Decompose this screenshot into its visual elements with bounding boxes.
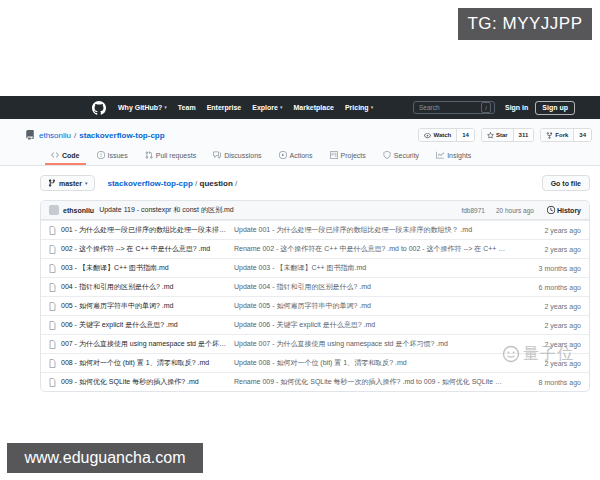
file-name-link[interactable]: 006 - 关键字 explicit 是什么意思? .md: [61, 320, 229, 330]
file-name-link[interactable]: 005 - 如何遍历字符串中的单词? .md: [61, 301, 229, 311]
table-row: 006 - 关键字 explicit 是什么意思? .md Update 006…: [41, 315, 589, 334]
tab-insights[interactable]: Insights: [430, 146, 477, 165]
repo-name-link[interactable]: stackoverflow-top-cpp: [79, 131, 164, 140]
commit-age-link[interactable]: 2 years ago: [511, 360, 581, 367]
tab-pull-requests[interactable]: Pull requests: [139, 146, 202, 165]
file-name-link[interactable]: 004 - 指针和引用的区别是什么? .md: [61, 282, 229, 292]
commit-age-link[interactable]: 8 months ago: [511, 379, 581, 386]
sign-up-button[interactable]: Sign up: [535, 101, 575, 115]
nav-link-marketplace[interactable]: Marketplace: [293, 104, 333, 111]
file-icon: [49, 321, 56, 330]
go-to-file-button[interactable]: Go to file: [542, 175, 590, 191]
slash-key-hint: /: [481, 102, 491, 113]
file-icon: [49, 359, 56, 368]
code-icon: [51, 151, 59, 159]
chevron-down-icon: ▾: [371, 105, 374, 110]
history-link[interactable]: History: [547, 206, 581, 214]
commit-age-link[interactable]: 2 years ago: [511, 322, 581, 329]
fork-button[interactable]: Fork 34: [540, 128, 592, 142]
star-button[interactable]: Star 311: [481, 128, 534, 142]
file-table: ethsonliu Update 119 - constexpr 和 const…: [40, 200, 590, 392]
issue-icon: [97, 151, 105, 159]
repo-social-actions: Watch 14 Star 311 Fork 34: [418, 128, 592, 142]
chevron-down-icon: ▾: [85, 181, 88, 186]
file-name-link[interactable]: 002 - 这个操作符 --> 在 C++ 中是什么意思? .md: [61, 244, 229, 254]
discussion-icon: [213, 151, 221, 159]
commit-message-link[interactable]: Update 006 - 关键字 explicit 是什么意思? .md: [234, 320, 506, 330]
github-logo-icon[interactable]: [92, 101, 106, 115]
table-row: 005 - 如何遍历字符串中的单词? .md Update 005 - 如何遍历…: [41, 296, 589, 315]
tab-discussions[interactable]: Discussions: [207, 146, 267, 165]
tab-issues[interactable]: Issues: [91, 146, 134, 165]
commit-age-link[interactable]: 2 years ago: [511, 341, 581, 348]
file-name-link[interactable]: 007 - 为什么直接使用 using namespace std 是个坏习..…: [61, 339, 229, 349]
commit-message-link[interactable]: Rename 009 - 如何优化 SQLite 每秒一次的插入操作? .md …: [234, 377, 506, 387]
github-screenshot: Why GitHub?▾ Team Enterprise Explore▾ Ma…: [0, 96, 600, 392]
repo-separator: /: [74, 131, 76, 140]
file-name-link[interactable]: 009 - 如何优化 SQLite 每秒的插入操作? .md: [61, 377, 229, 387]
commit-age-link[interactable]: 3 months ago: [511, 265, 581, 272]
tab-security[interactable]: Security: [377, 146, 425, 165]
commit-message-link[interactable]: Update 003 - 【未翻译】C++ 图书指南.md: [234, 263, 506, 273]
nav-link-enterprise[interactable]: Enterprise: [207, 104, 242, 111]
search-input[interactable]: [417, 103, 478, 112]
commit-message-link[interactable]: Update 001 - 为什么处理一段已排序的数组比处理一段未排序的数组快？ …: [234, 225, 506, 235]
repo-book-icon: [25, 130, 39, 140]
branch-selector-button[interactable]: master ▾: [40, 175, 95, 191]
commit-age-link[interactable]: 2 years ago: [511, 227, 581, 234]
search-box[interactable]: /: [413, 101, 495, 114]
site-watermark-badge: www.eduguancha.com: [7, 443, 203, 473]
table-row: 002 - 这个操作符 --> 在 C++ 中是什么意思? .md Rename…: [41, 239, 589, 258]
file-icon: [49, 245, 56, 254]
breadcrumb-dir[interactable]: question: [200, 179, 233, 188]
commit-sha-link[interactable]: fdb8971: [461, 207, 485, 214]
project-icon: [330, 151, 338, 159]
table-row: 009 - 如何优化 SQLite 每秒的插入操作? .md Rename 00…: [41, 372, 589, 391]
commit-message-link[interactable]: Update 119 - constexpr 和 const 的区别.md: [99, 205, 457, 215]
commit-message-link[interactable]: Rename 002 - 这个操作符在 C++ 中是什么意思? .md to 0…: [234, 244, 506, 254]
table-row: 007 - 为什么直接使用 using namespace std 是个坏习..…: [41, 334, 589, 353]
nav-link-why-github[interactable]: Why GitHub?▾: [118, 104, 167, 111]
chevron-down-icon: ▾: [164, 105, 167, 110]
file-name-link[interactable]: 001 - 为什么处理一段已排序的数组比处理一段未排序的...: [61, 225, 229, 235]
star-icon: [487, 132, 494, 139]
commit-age-link[interactable]: 2 years ago: [511, 303, 581, 310]
eye-icon: [424, 132, 431, 139]
file-icon: [49, 264, 56, 273]
chevron-down-icon: ▾: [280, 105, 283, 110]
tab-projects[interactable]: Projects: [324, 146, 372, 165]
tab-code[interactable]: Code: [45, 146, 86, 165]
avatar[interactable]: [49, 205, 59, 215]
commit-message-link[interactable]: Update 005 - 如何遍历字符串中的单词? .md: [234, 301, 506, 311]
sign-in-link[interactable]: Sign in: [505, 104, 528, 111]
repo-owner-link[interactable]: ethsonliu: [39, 131, 71, 140]
commit-time: 20 hours ago: [496, 207, 534, 214]
shield-icon: [383, 151, 391, 159]
commit-message-link[interactable]: Update 007 - 为什么直接使用 using namespace std…: [234, 339, 506, 349]
nav-link-explore[interactable]: Explore▾: [252, 104, 282, 111]
navbar-links: Why GitHub?▾ Team Enterprise Explore▾ Ma…: [118, 104, 373, 111]
pull-request-icon: [145, 151, 153, 159]
file-icon: [49, 283, 56, 292]
watch-count: 14: [456, 129, 474, 141]
fork-count: 34: [573, 129, 591, 141]
nav-link-team[interactable]: Team: [178, 104, 196, 111]
commit-message-link[interactable]: Update 004 - 指针和引用的区别是什么? .md: [234, 282, 506, 292]
commit-message-link[interactable]: Update 008 - 如何对一个位 (bit) 置 1、清零和取反? .md: [234, 358, 506, 368]
github-top-navbar: Why GitHub?▾ Team Enterprise Explore▾ Ma…: [0, 96, 600, 119]
breadcrumb: stackoverflow-top-cpp / question /: [107, 179, 237, 188]
commit-age-link[interactable]: 6 months ago: [511, 284, 581, 291]
breadcrumb-repo-link[interactable]: stackoverflow-top-cpp: [107, 179, 192, 188]
tab-actions[interactable]: Actions: [273, 146, 319, 165]
repo-main-content: master ▾ stackoverflow-top-cpp / questio…: [40, 175, 590, 392]
file-icon: [49, 226, 56, 235]
file-name-link[interactable]: 008 - 如何对一个位 (bit) 置 1、清零和取反? .md: [61, 358, 229, 368]
table-row: 001 - 为什么处理一段已排序的数组比处理一段未排序的... Update 0…: [41, 220, 589, 239]
commit-author-link[interactable]: ethsonliu: [63, 207, 94, 214]
nav-link-pricing[interactable]: Pricing▾: [345, 104, 373, 111]
fork-icon: [546, 132, 553, 139]
watch-button[interactable]: Watch 14: [418, 128, 474, 142]
commit-age-link[interactable]: 2 years ago: [511, 246, 581, 253]
play-icon: [279, 151, 287, 159]
file-name-link[interactable]: 003 - 【未翻译】C++ 图书指南.md: [61, 263, 229, 273]
